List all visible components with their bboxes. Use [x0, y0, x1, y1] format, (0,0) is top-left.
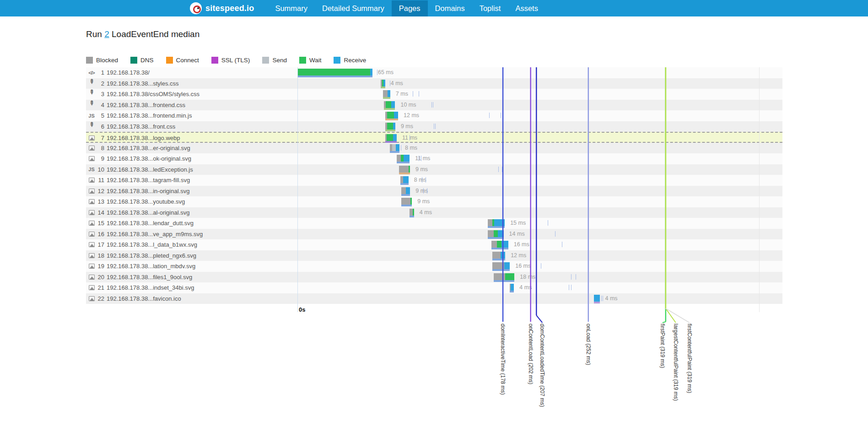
duration-label: 4 ms — [605, 293, 618, 304]
timing-bar[interactable] — [381, 80, 385, 87]
request-row[interactable]: 16192.168.178.38...ve_app_m9ms.svg14 ms — [86, 229, 782, 240]
request-row[interactable]: 14192.168.178.38...al-original.svg4 ms — [86, 207, 782, 218]
request-row[interactable]: ✏2192.168.178.38...styles.css4 ms — [86, 78, 782, 89]
content-type-underline — [492, 269, 510, 271]
request-row[interactable]: 19192.168.178.38...lation_mbdv.svg16 ms — [86, 261, 782, 272]
image-glyph — [89, 275, 95, 280]
asset-type-css-icon: ✏ — [88, 79, 95, 88]
content-type-underline — [390, 151, 399, 153]
content-type-underline — [384, 108, 395, 110]
request-row[interactable]: 20192.168.178.38...files1_9ool.svg18 ms — [86, 272, 782, 283]
request-row[interactable]: 13192.168.178.38...youtube.svg9 ms — [86, 196, 782, 207]
timing-bar[interactable] — [385, 112, 398, 119]
request-row[interactable]: 7192.168.178.38...logo.webp11 ms — [86, 132, 782, 143]
timing-bar[interactable] — [492, 252, 505, 259]
legend-label: Send — [272, 57, 287, 64]
timing-bar[interactable] — [383, 90, 390, 97]
request-label: 20192.168.178.38...files1_9ool.svg — [87, 272, 192, 283]
request-label: 12192.168.178.38...in-original.svg — [87, 186, 189, 197]
phase-wait-segment — [387, 134, 393, 141]
timing-tick — [541, 263, 541, 269]
timing-bar[interactable] — [390, 144, 399, 151]
page-title: Run 2 LoadEventEnd median — [86, 29, 868, 39]
request-url: 192.168.178.38...front.css — [107, 123, 175, 130]
duration-label: 7 ms — [396, 89, 408, 100]
request-row[interactable]: ✏4192.168.178.38...frontend.css10 ms — [86, 100, 782, 111]
nav-item-summary[interactable]: Summary — [268, 0, 315, 16]
timing-bar[interactable] — [384, 101, 395, 108]
request-row[interactable]: 17192.168.178.38...l_data_b1wx.svg16 ms — [86, 239, 782, 250]
timing-bar[interactable] — [492, 262, 510, 269]
phase-receive-segment — [388, 90, 390, 97]
timing-bar[interactable] — [410, 209, 414, 216]
timing-bar[interactable] — [594, 295, 599, 302]
request-url: 192.168.178.38...indset_34bi.svg — [107, 284, 194, 291]
timing-bar[interactable] — [385, 123, 395, 130]
request-row[interactable]: 11192.168.178.38...tagram-fill.svg8 ms — [86, 175, 782, 186]
request-row[interactable]: JS5192.168.178.38...frontend.min.js12 ms — [86, 110, 782, 121]
timing-tick — [603, 296, 603, 301]
request-row[interactable]: ✏6192.168.178.38...front.css9 ms — [86, 121, 782, 132]
duration-label: 4 ms — [519, 282, 532, 293]
timing-tick — [571, 285, 571, 290]
request-url: 192.168.178.38...ok-original.svg — [107, 155, 191, 162]
phase-receive-segment — [504, 262, 510, 269]
legend-label: SSL (TLS) — [221, 57, 250, 64]
nav-item-assets[interactable]: Assets — [508, 0, 545, 16]
timing-bar[interactable] — [400, 176, 409, 183]
request-label: 16192.168.178.38...ve_app_m9ms.svg — [87, 229, 203, 240]
request-row[interactable]: 8192.168.178.38...er-original.svg8 ms — [86, 143, 782, 154]
request-label: 21192.168.178.38...indset_34bi.svg — [87, 282, 194, 293]
request-row[interactable]: JS10192.168.178.38...ledException.js9 ms — [86, 164, 782, 175]
request-number: 22 — [96, 295, 104, 302]
request-row[interactable]: 18192.168.178.38...pleted_ngx6.svg12 ms — [86, 250, 782, 261]
duration-label: 16 ms — [515, 261, 531, 272]
request-url: 192.168.178.38...frontend.css — [107, 102, 185, 108]
axis-zero-label: 0s — [299, 306, 305, 313]
content-type-underline — [401, 205, 412, 206]
timing-bar[interactable] — [397, 155, 410, 162]
nav-item-toplist[interactable]: Toplist — [472, 0, 508, 16]
phase-wait-segment — [387, 123, 393, 130]
asset-type-js-icon: JS — [87, 113, 96, 119]
timing-bar[interactable] — [488, 230, 503, 237]
timing-bar[interactable] — [510, 284, 514, 291]
request-row[interactable]: 22192.168.178.38...favicon.ico4 ms — [86, 293, 782, 304]
run-number-link[interactable]: 2 — [104, 29, 109, 39]
nav-item-pages[interactable]: Pages — [392, 0, 428, 16]
timing-bar[interactable] — [401, 198, 412, 205]
timing-tick — [390, 81, 390, 86]
request-row[interactable]: 15192.168.178.38...lendar_dutt.svg15 ms — [86, 218, 782, 229]
request-label: ✏4192.168.178.38...frontend.css — [87, 100, 185, 111]
request-number: 5 — [96, 112, 104, 119]
request-label: 11192.168.178.38...tagram-fill.svg — [87, 175, 190, 186]
request-label: 8192.168.178.38...er-original.svg — [87, 143, 190, 154]
timing-bar[interactable] — [399, 166, 410, 173]
nav-items: SummaryDetailed SummaryPagesDomainsTopli… — [268, 0, 545, 16]
request-label: 22192.168.178.38...favicon.ico — [87, 293, 181, 304]
image-glyph — [89, 178, 95, 183]
request-row[interactable]: 12192.168.178.38...in-original.svg9 ms — [86, 186, 782, 197]
request-number: 1 — [96, 69, 104, 76]
request-row[interactable]: </>1192.168.178.38/65 ms — [86, 67, 782, 78]
timing-bar[interactable] — [488, 219, 505, 226]
image-glyph — [89, 264, 95, 269]
brand[interactable]: sitespeed.io — [190, 2, 254, 14]
request-label: ✏3192.168.178.38/cssOMS/styles.css — [87, 89, 199, 100]
timing-bar[interactable] — [297, 69, 372, 76]
nav-item-domains[interactable]: Domains — [428, 0, 472, 16]
request-row[interactable]: 9192.168.178.38...ok-original.svg11 ms — [86, 153, 782, 164]
request-url: 192.168.178.38...files1_9ool.svg — [107, 274, 192, 281]
timing-bar[interactable] — [494, 273, 514, 280]
legend-item-dns: DNS — [130, 57, 154, 64]
timing-tick — [562, 242, 562, 247]
timing-bar[interactable] — [491, 241, 508, 248]
time-gridline — [297, 67, 298, 312]
request-row[interactable]: ✏3192.168.178.38/cssOMS/styles.css7 ms — [86, 89, 782, 100]
nav-item-detailed-summary[interactable]: Detailed Summary — [315, 0, 392, 16]
request-row[interactable]: 21192.168.178.38...indset_34bi.svg4 ms — [86, 282, 782, 293]
request-url: 192.168.178.38...l_data_b1wx.svg — [107, 241, 197, 248]
timing-bar[interactable] — [385, 134, 397, 141]
waterfall-chart: </>1192.168.178.38/65 ms✏2192.168.178.38… — [86, 67, 782, 420]
timing-bar[interactable] — [401, 187, 410, 194]
